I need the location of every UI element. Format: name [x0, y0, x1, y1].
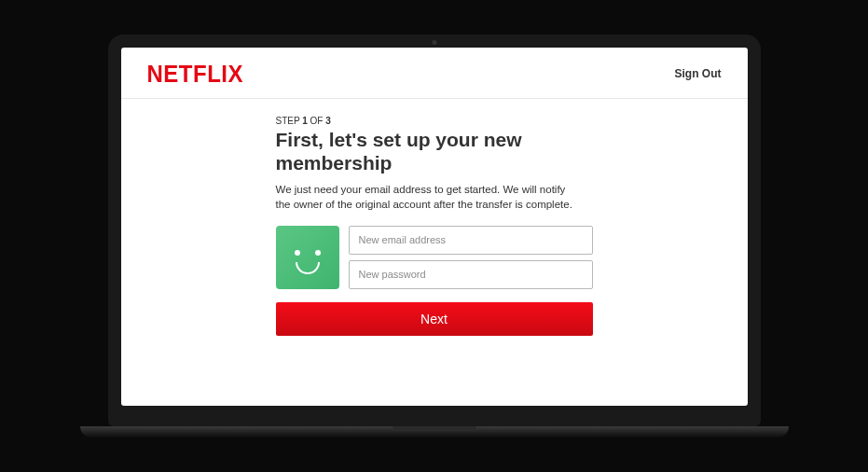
- page-header: NETFLIX Sign Out: [121, 48, 748, 99]
- step-indicator: STEP 1 OF 3: [276, 116, 593, 126]
- next-button[interactable]: Next: [276, 302, 593, 336]
- email-field[interactable]: [349, 226, 593, 255]
- step-mid: OF: [308, 116, 325, 126]
- laptop-screen: NETFLIX Sign Out STEP 1 OF 3 First, let'…: [108, 35, 761, 426]
- page-description: We just need your email address to get s…: [276, 182, 574, 212]
- laptop-base: [80, 426, 789, 437]
- main-content: STEP 1 OF 3 First, let's set up your new…: [121, 99, 748, 406]
- step-total: 3: [325, 116, 331, 126]
- step-prefix: STEP: [276, 116, 303, 126]
- page-title: First, let's set up your new membership: [276, 128, 593, 174]
- netflix-logo: NETFLIX: [147, 60, 244, 89]
- sign-out-link[interactable]: Sign Out: [675, 67, 722, 80]
- signup-content: STEP 1 OF 3 First, let's set up your new…: [276, 116, 593, 406]
- form-row: [276, 226, 593, 289]
- camera-dot: [432, 40, 436, 45]
- signup-page: NETFLIX Sign Out STEP 1 OF 3 First, let'…: [121, 48, 748, 406]
- profile-avatar-icon: [276, 226, 339, 289]
- password-field[interactable]: [349, 260, 593, 289]
- laptop-mockup: NETFLIX Sign Out STEP 1 OF 3 First, let'…: [108, 35, 761, 437]
- input-group: [349, 226, 593, 289]
